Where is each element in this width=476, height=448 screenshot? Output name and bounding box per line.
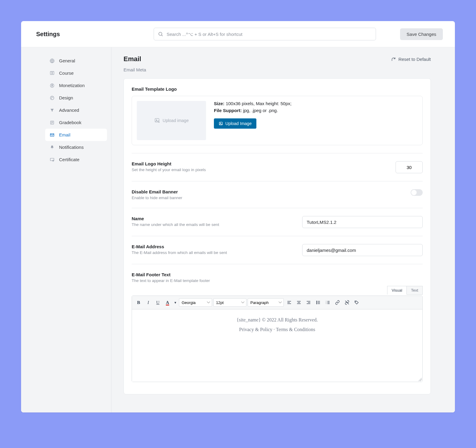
divider (132, 264, 423, 264)
divider (132, 208, 423, 208)
sidebar-item-label: Design (59, 95, 73, 100)
settings-panel: Email Template Logo Upload image Size: 1… (124, 78, 431, 394)
svg-point-4 (50, 96, 54, 100)
svg-point-0 (159, 32, 162, 36)
upload-card: Upload image Size: 100x36 pixels, Max he… (132, 96, 423, 145)
sidebar-item-label: Gradebook (59, 120, 81, 125)
reset-to-default-button[interactable]: Reset to Default (391, 57, 431, 62)
disable-banner-row: Disable Email Banner Enable to hide emai… (132, 189, 423, 200)
bold-button[interactable]: B (134, 298, 143, 307)
align-center-button[interactable] (295, 298, 303, 307)
svg-point-21 (355, 302, 356, 302)
logo-height-row: Email Logo Height Set the height of your… (132, 161, 423, 173)
sidebar-item-course[interactable]: Course (45, 67, 107, 79)
font-family-select[interactable]: Georgia (179, 298, 212, 307)
logo-height-title: Email Logo Height (132, 161, 206, 166)
sidebar-item-notifications[interactable]: Notifications (45, 141, 107, 153)
link-button[interactable] (333, 298, 342, 307)
book-icon (49, 71, 55, 76)
sidebar-item-label: Certificate (59, 157, 80, 162)
tag-button[interactable] (352, 298, 361, 307)
logo-height-input[interactable] (396, 161, 423, 173)
svg-point-15 (316, 301, 317, 302)
align-left-button[interactable] (285, 298, 293, 307)
palette-icon (49, 96, 55, 100)
unlink-button[interactable] (343, 298, 351, 307)
svg-point-16 (316, 302, 317, 303)
align-right-button[interactable] (304, 298, 313, 307)
resize-handle[interactable] (418, 378, 422, 381)
upload-preview-text: Upload image (163, 118, 189, 123)
sidebar-item-label: Advanced (59, 108, 79, 113)
upload-info: Size: 100x36 pixels, Max height: 50px; F… (214, 101, 292, 140)
settings-card: Settings Save Changes General Course Mon… (21, 21, 455, 412)
footer-desc: The text to appear in E-Mail template fo… (132, 278, 423, 283)
logo-height-desc: Set the height of your email logo in pix… (132, 168, 206, 172)
search-wrap (154, 28, 376, 40)
sidebar-item-certificate[interactable]: Certificate (45, 153, 107, 166)
svg-point-14 (220, 123, 221, 124)
footer-text-section: E-Mail Footer Text The text to appear in… (132, 272, 423, 283)
main: Email Reset to Default Email Meta Email … (111, 47, 455, 412)
money-icon (49, 83, 55, 88)
email-title: E-Mail Address (132, 244, 227, 249)
bullet-list-button[interactable] (314, 298, 322, 307)
main-head: Email Reset to Default (124, 55, 431, 63)
support-label: File Support: (214, 108, 242, 113)
name-input[interactable] (302, 216, 423, 228)
search-input[interactable] (154, 28, 376, 40)
save-changes-button[interactable]: Save Changes (400, 28, 443, 40)
format-select[interactable]: Paragraph (248, 298, 284, 307)
section-subheading: Email Meta (124, 67, 431, 72)
sidebar-item-design[interactable]: Design (45, 92, 107, 104)
body: General Course Monetization Design Advan… (21, 47, 455, 412)
italic-button[interactable]: I (144, 298, 152, 307)
email-logo-title: Email Template Logo (132, 86, 423, 92)
svg-point-5 (51, 97, 52, 97)
sidebar-item-monetization[interactable]: Monetization (45, 79, 107, 92)
upload-button-label: Upload Image (225, 121, 252, 126)
upload-image-button[interactable]: Upload Image (214, 118, 256, 129)
editor-toolbar: B I U A ▼ Georgia 12pt Paragraph 123 (132, 296, 422, 309)
refresh-icon (391, 57, 396, 61)
reset-label: Reset to Default (398, 57, 431, 62)
svg-point-6 (52, 97, 53, 97)
numbered-list-button[interactable]: 123 (324, 298, 332, 307)
sidebar-item-label: General (59, 58, 75, 63)
sidebar-item-advanced[interactable]: Advanced (45, 104, 107, 116)
upload-preview[interactable]: Upload image (137, 101, 206, 140)
sidebar-item-label: Email (59, 132, 70, 137)
main-title: Email (124, 55, 141, 63)
name-desc: The name under which all the emails will… (132, 222, 219, 227)
sidebar-item-label: Monetization (59, 83, 85, 88)
text-color-button[interactable]: A (163, 298, 172, 307)
name-title: Name (132, 216, 219, 221)
disable-banner-toggle[interactable] (411, 189, 423, 196)
sidebar-item-gradebook[interactable]: Gradebook (45, 116, 107, 129)
image-icon (219, 121, 223, 126)
editor-content[interactable]: {site_name} © 2022 All Rights Reserved. … (132, 309, 422, 382)
sidebar-item-label: Course (59, 70, 74, 76)
font-size-select[interactable]: 12pt (213, 298, 246, 307)
footer-line-1: {site_name} © 2022 All Rights Reserved. (140, 317, 415, 323)
envelope-icon (49, 133, 55, 137)
editor-tab-visual[interactable]: Visual (387, 286, 407, 295)
sidebar-item-email[interactable]: Email (45, 129, 107, 141)
text-color-dropdown[interactable]: ▼ (173, 298, 178, 307)
svg-point-7 (51, 98, 52, 99)
bell-icon (49, 145, 55, 150)
divider (132, 181, 423, 181)
email-desc: The E-Mail address from which all emails… (132, 250, 227, 255)
underline-button[interactable]: U (154, 298, 162, 307)
email-input[interactable] (302, 244, 423, 256)
gradebook-icon (49, 120, 55, 125)
editor-tab-text[interactable]: Text (406, 286, 423, 295)
disable-banner-desc: Enable to hide email banner (132, 196, 182, 200)
footer-title: E-Mail Footer Text (132, 272, 423, 277)
certificate-icon (49, 157, 55, 162)
svg-point-17 (316, 303, 317, 304)
email-row: E-Mail Address The E-Mail address from w… (132, 244, 423, 256)
sidebar-item-general[interactable]: General (45, 55, 107, 67)
svg-line-1 (161, 35, 162, 36)
size-value: 100x36 pixels, Max height: 50px; (226, 101, 291, 106)
